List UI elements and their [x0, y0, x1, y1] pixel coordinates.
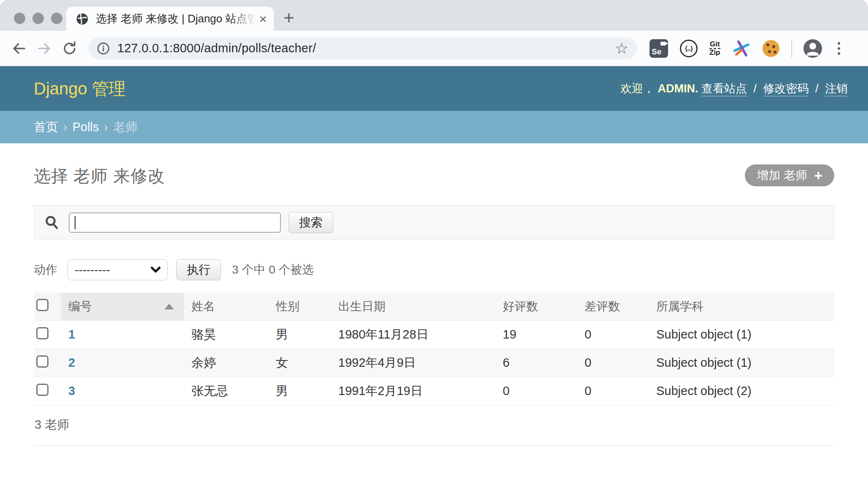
select-all-checkbox[interactable] — [36, 299, 49, 311]
toolbar-divider — [791, 40, 792, 57]
search-input[interactable] — [69, 212, 281, 233]
chrome-menu-icon[interactable] — [835, 40, 843, 57]
add-button-label: 增加 老师 — [757, 167, 807, 183]
gitzip-extension-icon[interactable]: GitZip — [709, 41, 720, 56]
tab-title: 选择 老师 来修改 | Django 站点管理 — [96, 11, 256, 26]
address-bar[interactable]: 127.0.0.1:8000/admin/polls/teacher/ ☆ — [89, 37, 637, 59]
text-caret — [75, 216, 75, 229]
search-button[interactable]: 搜索 — [288, 212, 333, 233]
browser-window: 选择 老师 来修改 | Django 站点管理 × + 127.0.0.1:80… — [0, 0, 868, 500]
admin-header: Django 管理 欢迎， ADMIN. 查看站点 / 修改密码 / 注销 — [0, 66, 868, 111]
view-site-link[interactable]: 查看站点 — [701, 82, 747, 97]
cell-name: 余婷 — [184, 349, 268, 377]
breadcrumb-separator: › — [104, 120, 108, 134]
selection-counter: 3 个中 0 个被选 — [232, 262, 314, 278]
changelist-content: 选择 老师 来修改 增加 老师 + 搜索 动作 --------- — [0, 164, 868, 446]
page-title: 选择 老师 来修改 — [34, 164, 165, 188]
cell-name: 张无忌 — [184, 377, 268, 405]
tab-close-icon[interactable]: × — [259, 12, 267, 26]
sort-ascending-icon[interactable] — [164, 304, 174, 309]
browser-tab[interactable]: 选择 老师 来修改 | Django 站点管理 × — [66, 7, 274, 31]
globe-favicon-icon — [75, 12, 89, 26]
search-panel: 搜索 — [34, 205, 834, 239]
link-separator: / — [753, 82, 757, 95]
plus-icon: + — [814, 168, 822, 183]
breadcrumb-home-link[interactable]: 首页 — [34, 119, 58, 136]
execute-action-button[interactable]: 执行 — [176, 259, 221, 280]
breadcrumb-separator: › — [63, 120, 67, 134]
column-header-name[interactable]: 姓名 — [184, 293, 268, 320]
table-row: 1 骆昊 男 1980年11月28日 19 0 Subject object (… — [34, 320, 834, 349]
table-row: 2 余婷 女 1992年4月9日 6 0 Subject object (1) — [34, 349, 834, 377]
row-checkbox[interactable] — [36, 384, 49, 396]
row-checkbox[interactable] — [36, 355, 49, 368]
teacher-table: 编号 姓名 性别 出生日期 好评数 差评数 所属学科 1 骆昊 男 1980年1… — [34, 293, 834, 406]
username-text: ADMIN. — [658, 82, 698, 95]
cell-name: 骆昊 — [184, 320, 268, 349]
welcome-text: 欢迎， — [620, 82, 655, 95]
row-id-link[interactable]: 3 — [68, 384, 75, 398]
action-select-value: --------- — [75, 263, 110, 277]
cell-bad: 0 — [577, 320, 649, 349]
result-count: 3 老师 — [34, 406, 834, 446]
row-checkbox[interactable] — [36, 327, 49, 339]
cell-gender: 男 — [268, 320, 331, 349]
cell-good: 19 — [495, 320, 577, 349]
cell-birthday: 1980年11月28日 — [331, 320, 495, 349]
cell-bad: 0 — [577, 377, 649, 405]
column-header-bad[interactable]: 差评数 — [577, 293, 649, 320]
action-select[interactable]: --------- — [67, 259, 168, 280]
cell-gender: 女 — [268, 349, 331, 377]
row-id-link[interactable]: 2 — [68, 356, 75, 369]
site-branding[interactable]: Django 管理 — [34, 77, 126, 100]
window-controls[interactable] — [14, 13, 62, 24]
cell-subject: Subject object (1) — [649, 349, 834, 377]
column-header-gender[interactable]: 性别 — [268, 293, 331, 320]
cell-birthday: 1992年4月9日 — [331, 349, 495, 377]
table-row: 3 张无忌 男 1991年2月19日 0 0 Subject object (2… — [34, 377, 834, 405]
logout-link[interactable]: 注销 — [825, 82, 848, 97]
cookie-extension-icon[interactable] — [763, 40, 779, 57]
actions-row: 动作 --------- 执行 3 个中 0 个被选 — [34, 259, 834, 280]
tab-strip: 选择 老师 来修改 | Django 站点管理 × + — [0, 0, 868, 31]
table-header-row: 编号 姓名 性别 出生日期 好评数 差评数 所属学科 — [34, 293, 834, 320]
cell-subject: Subject object (1) — [649, 320, 834, 349]
cell-bad: 0 — [577, 349, 649, 377]
axe-extension-icon[interactable] — [732, 39, 751, 58]
change-password-link[interactable]: 修改密码 — [763, 82, 809, 97]
column-header-id[interactable]: 编号 — [61, 293, 184, 320]
profile-avatar-icon[interactable] — [803, 39, 822, 58]
zoom-window-button[interactable] — [51, 13, 62, 24]
column-header-good[interactable]: 好评数 — [495, 293, 577, 320]
cell-gender: 男 — [268, 377, 331, 405]
back-button[interactable] — [9, 39, 29, 58]
new-tab-button[interactable]: + — [283, 6, 294, 30]
cell-subject: Subject object (2) — [649, 377, 834, 405]
cell-good: 0 — [495, 377, 577, 405]
link-separator: / — [815, 82, 819, 95]
cell-birthday: 1991年2月19日 — [331, 377, 495, 405]
selenium-extension-icon[interactable]: Se — [650, 39, 668, 58]
reload-button[interactable] — [60, 39, 79, 58]
column-header-subject[interactable]: 所属学科 — [649, 293, 834, 320]
page-info-icon[interactable] — [96, 41, 111, 56]
row-id-link[interactable]: 1 — [68, 328, 75, 341]
cell-good: 6 — [495, 349, 577, 377]
actions-label: 动作 — [34, 262, 57, 278]
url-text[interactable]: 127.0.0.1:8000/admin/polls/teacher/ — [117, 41, 615, 55]
browser-toolbar: 127.0.0.1:8000/admin/polls/teacher/ ☆ Se… — [0, 31, 868, 66]
breadcrumb: 首页 › Polls › 老师 — [0, 111, 868, 143]
breadcrumb-polls-link[interactable]: Polls — [73, 120, 99, 134]
json-viewer-extension-icon[interactable]: {...} — [680, 40, 698, 57]
minimize-window-button[interactable] — [32, 13, 44, 24]
chevron-down-icon — [151, 266, 161, 274]
extensions-bar: Se {...} GitZip — [650, 39, 779, 58]
add-teacher-button[interactable]: 增加 老师 + — [745, 164, 834, 186]
column-header-birthday[interactable]: 出生日期 — [331, 293, 495, 320]
bookmark-star-icon[interactable]: ☆ — [615, 41, 628, 56]
user-tools: 欢迎， ADMIN. 查看站点 / 修改密码 / 注销 — [620, 81, 848, 96]
search-icon — [44, 215, 59, 230]
close-window-button[interactable] — [14, 13, 25, 24]
forward-button[interactable] — [35, 39, 54, 58]
breadcrumb-current: 老师 — [113, 119, 137, 136]
